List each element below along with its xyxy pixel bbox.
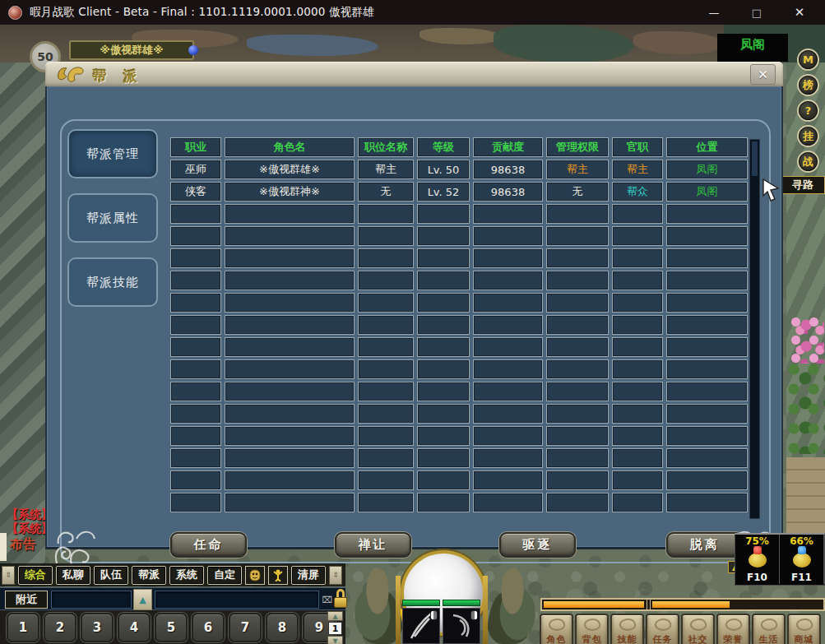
hotkey-slot[interactable]: 6 [192,613,225,642]
emote-mask-icon[interactable] [245,566,265,585]
menu-stone-button[interactable]: 技能 [610,614,644,644]
hotkey-slot[interactable]: 8 [266,613,299,642]
mouse-right-icon [470,610,478,620]
table-row[interactable] [170,359,748,379]
guild-action-button[interactable]: 禅让 [335,532,411,558]
table-cell: 帮主 [546,160,609,179]
experience-bar [540,598,825,611]
guild-tab[interactable]: 帮派属性 [67,193,158,243]
chat-channel-tab[interactable]: 帮派 [132,566,166,585]
game-window: 暇月战歌 Client - Beta - Final : 1101.1119.0… [0,0,825,644]
clear-screen-button[interactable]: 清屏 [291,566,326,585]
table-cell [666,248,748,268]
table-row[interactable] [170,315,748,335]
side-menu-button[interactable]: 战 [797,151,819,173]
table-row[interactable] [170,226,748,246]
menu-stone-button[interactable]: 荣誉 [716,614,750,644]
table-cell [473,337,543,357]
emote-person-icon[interactable] [268,566,288,585]
mail-icon[interactable]: ⌧ [322,592,332,607]
chat-channel-tab[interactable]: 系统 [169,566,204,585]
table-cell: Lv. 52 [417,182,470,202]
guild-tab[interactable]: 帮派管理 [67,129,158,178]
table-row[interactable] [170,337,748,357]
table-row[interactable] [170,404,748,424]
side-menu-button[interactable]: ? [797,100,819,122]
table-row[interactable]: 巫师※傲视群雄※帮主Lv. 5098638帮主帮主凤阁 [170,160,748,179]
menu-stone-button[interactable]: 生活 [752,614,786,644]
side-menu-button[interactable]: 挂 [797,125,819,147]
console-pillar [396,576,401,644]
chat-scroll-toggle-icon[interactable]: ⇕ [2,566,15,585]
table-row[interactable] [170,470,748,490]
table-cell [358,271,414,290]
dialog-close-icon[interactable]: ✕ [750,64,776,85]
table-row[interactable] [170,493,748,512]
guild-tab[interactable]: 帮派技能 [67,257,158,307]
os-titlebar: 暇月战歌 Client - Beta - Final : 1101.1119.0… [0,0,825,25]
pathfind-button[interactable]: 寻路 [781,176,825,194]
hotkey-slot[interactable]: 5 [155,613,188,642]
table-cell [546,448,609,468]
page-up-icon[interactable]: ▲ [327,611,343,621]
table-cell: ※傲视群雄※ [225,160,355,179]
side-button-column: M榜?挂战 [797,49,822,176]
hotkey-slot[interactable]: 4 [118,613,151,642]
table-row[interactable] [170,448,748,468]
guild-action-button[interactable]: 驱逐 [499,532,576,558]
chat-channel-tab[interactable]: 队伍 [94,566,128,585]
side-menu-button[interactable]: M [797,49,819,71]
hotkey-slot[interactable]: 1 [7,613,39,642]
table-row[interactable] [170,426,748,446]
hotkey-slot[interactable]: 7 [229,613,262,642]
table-cell [417,404,470,424]
table-cell [546,382,609,401]
hotkey-slot[interactable]: 2 [44,613,76,642]
table-row[interactable]: 侠客※傲视群神※无Lv. 5298638无帮众凤阁 [170,182,748,202]
side-menu-button[interactable]: 榜 [797,74,819,96]
chat-size-toggle-icon[interactable]: ⇕ [329,566,342,585]
maximize-button[interactable]: □ [736,0,777,25]
table-row[interactable] [170,293,748,313]
chat-channel-tab[interactable]: 私聊 [56,566,90,585]
column-header: 职位名称 [358,137,414,157]
left-click-skill-slot[interactable] [402,608,440,644]
table-cell [612,359,663,379]
table-cell [358,470,414,490]
chat-channel-tab[interactable]: 综合 [18,566,53,585]
mouse-left-icon [430,610,438,620]
menu-stone-button[interactable]: 任务 [646,614,679,644]
potion-slot[interactable]: 66% F11 [780,535,824,584]
menu-stone-button[interactable]: 商城 [787,614,821,644]
menu-stone-button[interactable]: 社交 [681,614,715,644]
table-row[interactable] [170,271,748,290]
dialog-titlebar[interactable]: 帮 派 ✕ [45,62,783,86]
history-up-icon[interactable]: ▲ [133,589,152,610]
chat-message-input[interactable] [155,591,319,609]
table-scrollbar[interactable] [749,139,760,519]
table-cell [666,226,748,246]
table-cell: 帮主 [612,160,663,179]
potion-slot[interactable]: 75% F10 [735,535,780,584]
right-click-skill-slot[interactable] [443,608,480,644]
table-cell [358,226,414,246]
table-row[interactable] [170,248,748,268]
page-down-icon[interactable]: ▼ [327,636,343,644]
scrollbar-thumb[interactable] [752,141,758,176]
table-cell [473,493,543,512]
table-cell [612,293,663,313]
menu-stone-button[interactable]: 角色 [540,614,573,644]
lock-icon[interactable] [332,586,349,611]
guild-action-button[interactable]: 任命 [170,532,247,558]
chat-channel-tab[interactable]: 自定 [207,566,242,585]
menu-stone-button[interactable]: 背包 [575,614,609,644]
minimize-button[interactable]: — [693,0,735,25]
channel-select-button[interactable]: 附近 [5,591,48,609]
potion-bottle-icon [749,553,767,568]
chat-target-input[interactable] [51,591,132,609]
hotkey-slot[interactable]: 3 [81,613,114,642]
close-window-button[interactable]: ✕ [779,0,820,25]
table-row[interactable] [170,204,748,224]
table-row[interactable] [170,382,748,401]
notice-link[interactable]: 布告 [10,536,36,554]
